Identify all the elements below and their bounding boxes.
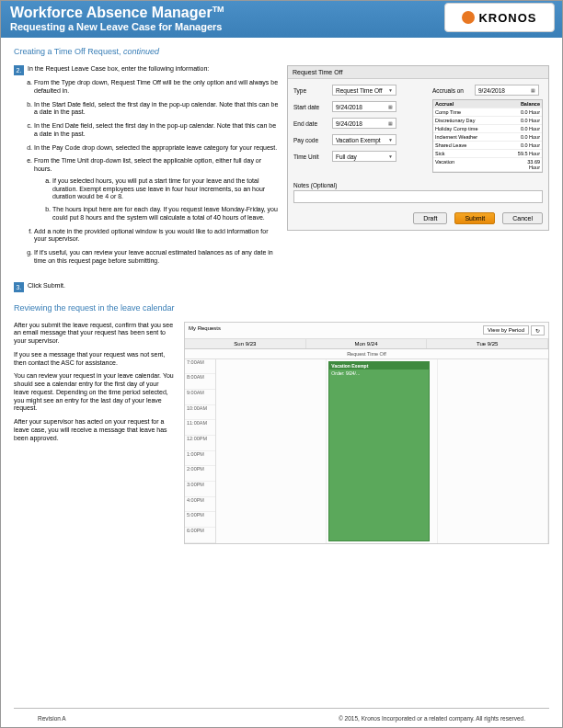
section-title-review: Reviewing the request in the leave calen… <box>14 303 549 313</box>
chevron-down-icon: ▼ <box>388 154 393 159</box>
day-header: Sun 9/23 <box>185 339 306 348</box>
submit-button[interactable]: Submit <box>454 212 495 224</box>
review-p3: You can review your request in your leav… <box>14 372 175 413</box>
type-value: Request Time Off <box>336 87 382 94</box>
revision: Revision A <box>38 715 66 722</box>
day-header: Tue 9/25 <box>427 339 548 348</box>
time-unit-label: Time Unit <box>293 154 332 160</box>
calendar-subheader: Request Time Off <box>185 349 548 359</box>
type-dropdown[interactable]: Request Time Off ▼ <box>332 85 396 96</box>
trademark: TM <box>213 5 224 14</box>
time-unit-value: Full day <box>336 154 357 160</box>
event-title: Vacation Exempt <box>329 362 428 370</box>
logo-icon <box>462 11 475 24</box>
draft-button[interactable]: Draft <box>413 212 447 224</box>
table-row: Inclement Weather0.0 Hour <box>433 133 542 142</box>
page-footer: Revision A © 2015, Kronos Incorporated o… <box>1 715 562 722</box>
instruction-a: From the Type drop down, Request Time Of… <box>34 79 280 96</box>
step-number-2: 2. <box>14 65 24 75</box>
page-header: Workforce Absence ManagerTM Requesting a… <box>1 1 562 38</box>
calendar-filter[interactable]: View by Period ↻ <box>483 325 545 336</box>
instruction-c: In the End Date field, select the first … <box>34 122 280 139</box>
pay-code-dropdown[interactable]: Vacation Exempt ▼ <box>332 134 396 145</box>
instruction-e-text: From the Time Unit drop-down list, selec… <box>34 157 261 172</box>
day-column-sun[interactable] <box>216 359 327 543</box>
notes-label: Notes (Optional) <box>293 182 543 188</box>
review-p1: After you submit the leave request, conf… <box>14 322 175 346</box>
step-number-3: 3. <box>14 282 24 292</box>
chevron-down-icon: ▼ <box>388 87 393 93</box>
calendar-title: My Requests <box>189 325 221 336</box>
day-column-mon[interactable]: Vacation Exempt Order: 9/24/... <box>327 359 437 543</box>
day-column-tue[interactable] <box>438 359 548 543</box>
accruals-on-field[interactable]: 9/24/2018 ▦ <box>475 85 539 96</box>
calendar-icon: ▦ <box>531 87 535 93</box>
logo-text: KRONOS <box>478 11 536 25</box>
time-column: 7:00AM 8:00AM 9:00AM 10:00AM 11:00AM 12:… <box>185 359 216 543</box>
accruals-table: Accrual Balance Comp Time0.0 Hour Discre… <box>432 99 543 173</box>
end-date-value: 9/24/2018 <box>336 120 362 127</box>
type-label: Type <box>293 87 332 94</box>
review-p4: After your supervisor has acted on your … <box>14 418 175 442</box>
table-row: Holiday Comp time0.0 Hour <box>433 125 542 133</box>
copyright: © 2015, Kronos Incorporated or a related… <box>339 715 525 722</box>
instruction-e-a: If you selected hours, you will put a st… <box>52 177 280 201</box>
pay-code-label: Pay code <box>293 137 332 143</box>
balance-header: Balance <box>514 100 542 108</box>
start-date-value: 9/24/2018 <box>336 104 362 110</box>
dialog-title: Request Time Off <box>288 66 548 79</box>
calendar-event[interactable]: Vacation Exempt Order: 9/24/... <box>328 361 429 541</box>
review-p2: If you see a message that your request w… <box>14 351 175 368</box>
event-sub: Order: 9/24/... <box>331 370 426 376</box>
calendar-refresh-icon[interactable]: ↻ <box>531 325 545 336</box>
chevron-down-icon: ▼ <box>388 137 393 142</box>
accruals-on-label: Accruals on <box>432 87 475 94</box>
notes-input[interactable] <box>293 190 543 203</box>
instruction-g: If it's useful, you can review your leav… <box>34 249 280 266</box>
leave-calendar: My Requests View by Period ↻ Sun 9/23 Mo… <box>184 322 549 544</box>
end-date-field[interactable]: 9/24/2018 ▦ <box>332 118 396 129</box>
calendar-icon: ▦ <box>388 104 393 109</box>
cancel-button[interactable]: Cancel <box>502 212 543 224</box>
calendar-icon: ▦ <box>388 120 393 126</box>
pay-code-value: Vacation Exempt <box>336 137 381 143</box>
instruction-d: In the Pay Code drop down, selected the … <box>34 144 280 153</box>
request-time-off-dialog: Request Time Off Type Request Time Off ▼… <box>287 65 549 231</box>
table-row: Sick59.5 Hour <box>433 150 542 158</box>
start-date-field[interactable]: 9/24/2018 ▦ <box>332 101 396 112</box>
section-title-cont: continued <box>123 47 159 56</box>
table-row: Discretionary Day0.0 Hour <box>433 117 542 125</box>
instruction-b: In the Start Date field, select the firs… <box>34 101 280 118</box>
table-row: Comp Time0.0 Hour <box>433 108 542 117</box>
instruction-e: From the Time Unit drop-down list, selec… <box>34 157 280 222</box>
title-text: Workforce Absence Manager <box>10 5 213 20</box>
accruals-on-value: 9/24/2018 <box>478 87 505 94</box>
accrual-header: Accrual <box>433 100 514 108</box>
filter-label: View by Period <box>483 325 529 335</box>
start-date-label: Start date <box>293 104 332 110</box>
time-unit-dropdown[interactable]: Full day ▼ <box>332 151 396 162</box>
table-row: Vacation33.69 Hour <box>433 158 542 172</box>
instruction-e-b: The hours input here are for each day. I… <box>52 206 280 222</box>
kronos-logo: KRONOS <box>444 3 555 32</box>
step2-intro: In the Request Leave Case box, enter the… <box>28 65 209 72</box>
table-row: Shared Leave0.0 Hour <box>433 142 542 150</box>
end-date-label: End date <box>293 120 332 127</box>
section-title-main: Creating a Time Off Request, <box>14 47 123 56</box>
step3-text: Click Submit. <box>28 282 65 289</box>
instruction-f: Add a note in the provided optional wind… <box>34 228 280 245</box>
footer-divider <box>14 708 549 709</box>
section-title-timeoff: Creating a Time Off Request, continued <box>14 47 549 56</box>
day-header: Mon 9/24 <box>306 339 428 348</box>
